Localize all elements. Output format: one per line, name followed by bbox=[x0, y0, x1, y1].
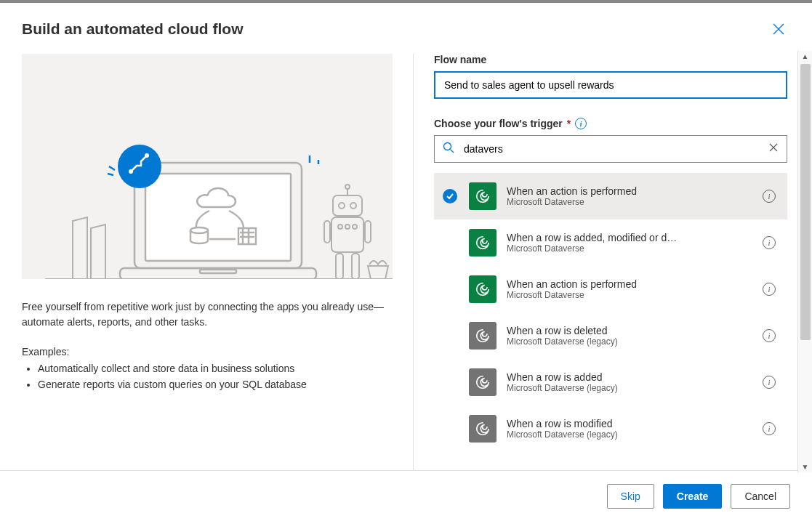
trigger-text: When a row is addedMicrosoft Dataverse (… bbox=[507, 371, 754, 393]
trigger-item[interactable]: When an action is performedMicrosoft Dat… bbox=[434, 173, 787, 219]
scroll-down-icon[interactable]: ▼ bbox=[800, 461, 811, 472]
flow-name-label: Flow name bbox=[434, 54, 787, 65]
svg-point-13 bbox=[345, 225, 350, 229]
svg-rect-11 bbox=[331, 217, 363, 252]
dialog-title: Build an automated cloud flow bbox=[22, 20, 244, 38]
trigger-title: When a row is deleted bbox=[507, 325, 754, 336]
trigger-title: When an action is performed bbox=[507, 185, 754, 197]
svg-line-24 bbox=[451, 150, 454, 153]
skip-button[interactable]: Skip bbox=[607, 484, 654, 509]
close-icon bbox=[772, 23, 785, 36]
svg-point-7 bbox=[339, 203, 345, 209]
info-icon[interactable]: i bbox=[763, 283, 776, 296]
info-icon[interactable]: i bbox=[763, 190, 776, 203]
trigger-title: When an action is performed bbox=[507, 278, 754, 290]
trigger-text: When an action is performedMicrosoft Dat… bbox=[507, 278, 754, 300]
clear-search-button[interactable] bbox=[768, 142, 779, 156]
dataverse-icon bbox=[469, 415, 497, 443]
trigger-subtitle: Microsoft Dataverse bbox=[507, 290, 754, 300]
trigger-title: When a row is added, modified or d… bbox=[507, 232, 754, 243]
svg-rect-17 bbox=[336, 254, 343, 279]
search-icon bbox=[443, 142, 454, 156]
trigger-title: When a row is modified bbox=[507, 418, 754, 429]
svg-point-10 bbox=[345, 185, 350, 189]
description-text: Free yourself from repetitive work just … bbox=[22, 299, 393, 330]
trigger-text: When an action is performedMicrosoft Dat… bbox=[507, 185, 754, 207]
trigger-search-input[interactable] bbox=[434, 135, 787, 163]
info-icon[interactable]: i bbox=[763, 329, 776, 342]
svg-rect-1 bbox=[145, 174, 291, 261]
examples-list: Automatically collect and store data in … bbox=[22, 360, 393, 393]
trigger-item[interactable]: When a row is deletedMicrosoft Dataverse… bbox=[434, 312, 787, 359]
svg-rect-16 bbox=[365, 221, 371, 243]
svg-rect-3 bbox=[200, 270, 236, 273]
svg-point-23 bbox=[444, 143, 451, 150]
selected-check-icon bbox=[443, 189, 457, 203]
trigger-subtitle: Microsoft Dataverse (legacy) bbox=[507, 336, 754, 347]
required-asterisk: * bbox=[567, 118, 571, 129]
trigger-text: When a row is added, modified or d…Micro… bbox=[507, 232, 754, 254]
close-button[interactable] bbox=[767, 17, 790, 41]
trigger-item[interactable]: When an action is performedMicrosoft Dat… bbox=[434, 266, 787, 312]
create-button[interactable]: Create bbox=[663, 484, 723, 509]
svg-rect-15 bbox=[324, 221, 330, 243]
scrollbar[interactable]: ▲ ▼ bbox=[797, 51, 812, 472]
trigger-item[interactable]: When a row is added, modified or d…Micro… bbox=[434, 219, 787, 266]
cancel-button[interactable]: Cancel bbox=[731, 484, 790, 509]
scrollbar-thumb[interactable] bbox=[800, 64, 811, 340]
info-icon[interactable]: i bbox=[763, 376, 776, 389]
trigger-item[interactable]: When a row is addedMicrosoft Dataverse (… bbox=[434, 359, 787, 405]
vertical-divider bbox=[413, 54, 414, 470]
flow-name-input[interactable] bbox=[434, 71, 787, 99]
dataverse-icon bbox=[469, 368, 497, 396]
trigger-text: When a row is modifiedMicrosoft Datavers… bbox=[507, 418, 754, 440]
dataverse-icon bbox=[469, 229, 497, 257]
dataverse-icon bbox=[469, 182, 497, 210]
trigger-item[interactable]: When a row is modifiedMicrosoft Datavers… bbox=[434, 405, 787, 452]
illustration-image bbox=[22, 54, 393, 279]
trigger-subtitle: Microsoft Dataverse bbox=[507, 197, 754, 207]
example-item: Automatically collect and store data in … bbox=[38, 360, 393, 376]
trigger-subtitle: Microsoft Dataverse (legacy) bbox=[507, 429, 754, 440]
svg-rect-6 bbox=[333, 195, 362, 216]
svg-point-12 bbox=[338, 225, 342, 229]
svg-point-8 bbox=[350, 203, 356, 209]
dataverse-icon bbox=[469, 275, 497, 303]
svg-point-22 bbox=[145, 153, 149, 158]
trigger-list[interactable]: When an action is performedMicrosoft Dat… bbox=[434, 173, 787, 470]
info-icon[interactable]: i bbox=[763, 236, 776, 249]
trigger-title: When a row is added bbox=[507, 371, 754, 383]
svg-rect-18 bbox=[352, 254, 359, 279]
scroll-up-icon[interactable]: ▲ bbox=[800, 51, 811, 62]
trigger-text: When a row is deletedMicrosoft Dataverse… bbox=[507, 325, 754, 347]
trigger-subtitle: Microsoft Dataverse bbox=[507, 243, 754, 254]
info-icon[interactable]: i bbox=[575, 118, 587, 129]
examples-label: Examples: bbox=[22, 346, 393, 358]
dataverse-icon bbox=[469, 322, 497, 350]
trigger-label: Choose your flow's trigger * i bbox=[434, 118, 787, 129]
svg-point-14 bbox=[353, 225, 357, 229]
trigger-subtitle: Microsoft Dataverse (legacy) bbox=[507, 383, 754, 393]
info-icon[interactable]: i bbox=[763, 422, 776, 435]
example-item: Generate reports via custom queries on y… bbox=[38, 376, 393, 392]
svg-point-21 bbox=[129, 169, 133, 174]
